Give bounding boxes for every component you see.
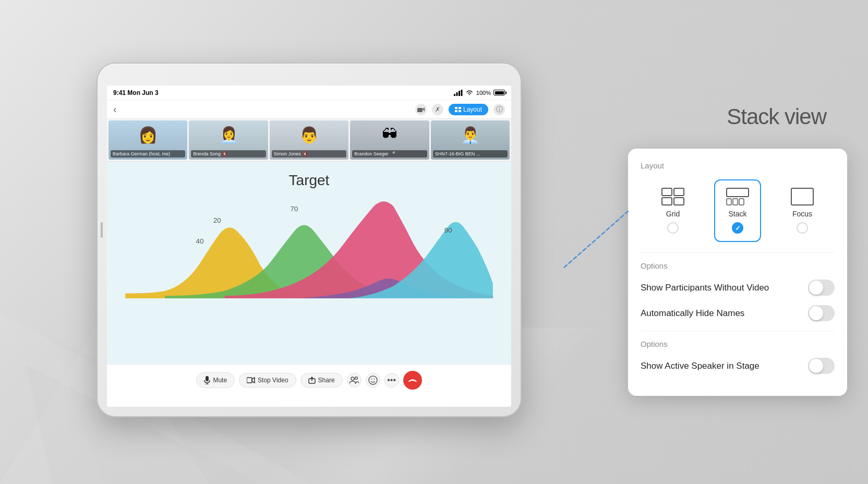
participant-card-5[interactable]: 👨‍💼 SHN7-16-BIG BEN ... bbox=[431, 120, 510, 160]
layout-section-title: Layout bbox=[641, 161, 835, 170]
camera-icon bbox=[415, 104, 427, 115]
grid-layout-icon bbox=[661, 188, 684, 205]
layout-button[interactable]: Layout bbox=[449, 104, 488, 115]
active-speaker-label: Show Active Speaker in Stage bbox=[641, 361, 760, 371]
svg-rect-7 bbox=[461, 90, 462, 96]
focus-radio[interactable] bbox=[797, 222, 808, 234]
mute-button[interactable]: Mute bbox=[196, 372, 235, 388]
participant-name-2: Brenda Song 🔇 bbox=[191, 150, 266, 158]
svg-point-25 bbox=[351, 377, 354, 380]
panel-divider-2 bbox=[641, 331, 835, 331]
svg-rect-12 bbox=[455, 110, 457, 112]
toggle-thumb-2 bbox=[809, 306, 823, 320]
active-speaker-toggle[interactable] bbox=[808, 358, 835, 374]
svg-rect-33 bbox=[662, 198, 672, 205]
chart-area: Target 20 70 bbox=[107, 162, 511, 364]
top-nav: ‹ ✗ bbox=[107, 100, 511, 119]
participant-card-4[interactable]: 🕶 Brandon Seeger 🎤 bbox=[350, 120, 429, 160]
participant-name-1: Barbara German (host, me) bbox=[111, 150, 185, 158]
svg-point-28 bbox=[371, 379, 372, 380]
chart-title: Target bbox=[107, 162, 511, 189]
ipad-screen: 9:41 Mon Jun 3 100% bbox=[107, 86, 511, 407]
layout-option-stack[interactable]: Stack bbox=[714, 179, 761, 242]
svg-rect-21 bbox=[247, 378, 252, 383]
participant-card-2[interactable]: 👩‍💼 Brenda Song 🔇 bbox=[189, 120, 268, 160]
hide-names-toggle[interactable] bbox=[808, 305, 835, 321]
svg-rect-13 bbox=[459, 110, 461, 112]
show-participants-label: Show Participants Without Video bbox=[641, 283, 769, 293]
emoji-button[interactable] bbox=[366, 373, 380, 388]
panel-divider-1 bbox=[641, 252, 835, 253]
chart-container: 20 70 40 90 bbox=[123, 194, 496, 298]
svg-rect-31 bbox=[662, 188, 672, 196]
hide-names-row: Automatically Hide Names bbox=[641, 305, 835, 321]
active-speaker-row: Show Active Speaker in Stage bbox=[641, 358, 835, 374]
share-button[interactable]: Share bbox=[300, 373, 343, 388]
bluetooth-icon: ✗ bbox=[432, 104, 443, 115]
svg-rect-39 bbox=[791, 188, 813, 205]
participant-card-3[interactable]: 👨 Simon Jones 🔇 bbox=[270, 120, 348, 160]
stop-video-button[interactable]: Stop Video bbox=[239, 373, 296, 388]
grid-radio[interactable] bbox=[667, 222, 679, 234]
options-section-title: Options bbox=[641, 261, 835, 270]
layout-panel: Layout Grid bbox=[628, 149, 847, 396]
svg-point-27 bbox=[369, 376, 377, 384]
participant-avatar-1: 👩 bbox=[108, 120, 187, 149]
svg-rect-35 bbox=[727, 188, 749, 197]
participant-name-5: SHN7-16-BIG BEN ... bbox=[433, 150, 508, 158]
svg-rect-10 bbox=[455, 107, 457, 109]
bottom-toolbar: Mute Stop Video Share bbox=[107, 364, 511, 395]
show-participants-toggle[interactable] bbox=[808, 280, 835, 296]
info-icon: ⓘ bbox=[493, 104, 505, 115]
svg-text:90: 90 bbox=[444, 226, 452, 234]
back-button[interactable]: ‹ bbox=[113, 103, 117, 115]
toggle-thumb-1 bbox=[809, 281, 823, 295]
status-time: 9:41 Mon Jun 3 bbox=[113, 89, 159, 96]
layout-option-focus[interactable]: Focus bbox=[779, 179, 826, 242]
participants-button[interactable] bbox=[347, 373, 361, 388]
participant-card-1[interactable]: 👩 Barbara German (host, me) bbox=[108, 120, 187, 160]
participants-strip: 👩 Barbara German (host, me) 👩‍💼 Brenda S… bbox=[107, 119, 511, 162]
ipad-body: 9:41 Mon Jun 3 100% bbox=[97, 63, 522, 417]
stack-radio[interactable] bbox=[732, 222, 743, 234]
svg-rect-37 bbox=[733, 199, 738, 205]
grid-label: Grid bbox=[666, 210, 680, 218]
ipad-side-button bbox=[101, 222, 103, 238]
svg-line-30 bbox=[563, 211, 628, 269]
signal-icon bbox=[454, 90, 463, 96]
layout-option-grid[interactable]: Grid bbox=[649, 179, 696, 242]
show-participants-row: Show Participants Without Video bbox=[641, 280, 835, 296]
participants-icon bbox=[349, 377, 359, 384]
svg-marker-9 bbox=[423, 107, 425, 112]
wifi-icon bbox=[465, 90, 474, 96]
participant-avatar-5: 👨‍💼 bbox=[431, 120, 510, 149]
participant-name-4: Brandon Seeger 🎤 bbox=[352, 150, 427, 158]
battery-icon bbox=[493, 90, 505, 95]
svg-rect-18 bbox=[206, 376, 209, 381]
stack-layout-icon bbox=[726, 188, 749, 205]
battery-percent: 100% bbox=[476, 90, 491, 96]
layout-icon bbox=[455, 107, 461, 112]
focus-label: Focus bbox=[792, 210, 812, 218]
svg-rect-36 bbox=[727, 199, 731, 205]
layout-options: Grid Stack Focus bbox=[641, 179, 835, 242]
svg-rect-4 bbox=[454, 94, 455, 96]
emoji-icon bbox=[368, 376, 378, 385]
microphone-icon bbox=[204, 376, 210, 384]
status-bar: 9:41 Mon Jun 3 100% bbox=[107, 86, 511, 100]
participant-avatar-4: 🕶 bbox=[350, 120, 429, 149]
svg-rect-34 bbox=[674, 198, 684, 205]
svg-rect-8 bbox=[417, 108, 423, 112]
options2-section-title: Options bbox=[641, 340, 835, 348]
nav-right-icons: ✗ Layout ⓘ bbox=[415, 104, 505, 115]
more-button[interactable]: ••• bbox=[384, 373, 399, 388]
end-call-button[interactable] bbox=[403, 371, 422, 390]
svg-rect-11 bbox=[459, 107, 461, 109]
end-call-icon bbox=[408, 377, 417, 383]
video-icon bbox=[247, 377, 255, 383]
svg-text:40: 40 bbox=[196, 237, 204, 245]
svg-text:20: 20 bbox=[213, 216, 221, 224]
bell-curve-chart: 20 70 40 90 bbox=[123, 194, 496, 298]
hide-names-label: Automatically Hide Names bbox=[641, 308, 744, 319]
status-icons: 100% bbox=[454, 90, 505, 96]
